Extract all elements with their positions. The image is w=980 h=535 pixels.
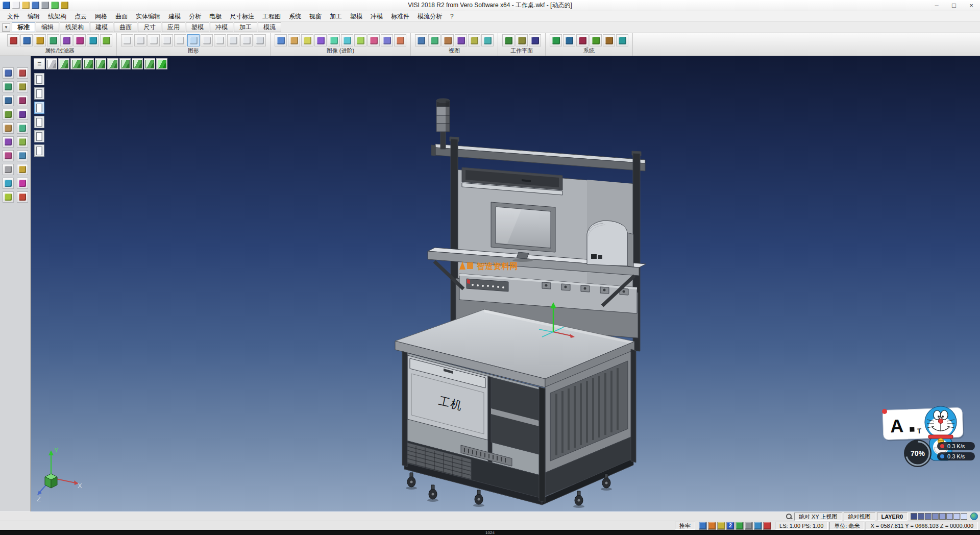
menu-item[interactable]: 模流分析 (413, 12, 446, 21)
view-mode-cell[interactable]: 绝对 XY 上视图 (794, 513, 842, 521)
shaded-display-icon[interactable] (187, 34, 200, 46)
info-icon[interactable] (61, 2, 68, 9)
wireframe-icon[interactable] (121, 34, 133, 46)
tab[interactable]: 加工 (234, 22, 257, 32)
view-save-icon[interactable] (754, 522, 762, 530)
menu-item[interactable]: 点云 (70, 12, 91, 21)
view-dynamic-icon[interactable] (156, 58, 167, 69)
color-swatch[interactable] (911, 513, 917, 520)
entity-mask-icon[interactable] (74, 34, 86, 46)
menu-item[interactable]: 标准件 (387, 12, 413, 21)
tab[interactable]: 标准 (12, 22, 35, 32)
color-swatch[interactable] (925, 513, 932, 520)
block-display-icon[interactable] (174, 34, 186, 46)
shadow-icon[interactable] (314, 34, 327, 46)
percent-badge[interactable]: 70% (904, 440, 932, 467)
delete-icon[interactable] (17, 191, 28, 203)
lighting-icon[interactable] (301, 34, 313, 46)
calculator-icon[interactable] (616, 34, 628, 46)
match-properties-icon[interactable] (20, 34, 33, 46)
lock-cell[interactable]: 拴牢 (675, 522, 695, 530)
app-logo-icon[interactable] (3, 2, 10, 9)
camera-icon[interactable] (368, 34, 380, 46)
material-icon[interactable] (288, 34, 300, 46)
tab[interactable]: 冲模 (210, 22, 233, 32)
color-swatch[interactable] (939, 513, 946, 520)
color-swatch[interactable] (918, 513, 924, 520)
save-file-icon[interactable] (32, 2, 39, 9)
cone-display-icon[interactable] (148, 34, 160, 46)
screen-capture-icon[interactable] (699, 522, 707, 530)
line-icon[interactable] (17, 81, 28, 92)
tab[interactable]: 编辑 (36, 22, 59, 32)
extrude-icon[interactable] (3, 123, 14, 134)
render-display-icon[interactable] (254, 34, 266, 46)
view-right-icon[interactable] (107, 58, 118, 69)
fillet-icon[interactable] (17, 109, 28, 120)
workplane-slot-icon[interactable] (34, 130, 44, 142)
select-icon[interactable] (3, 67, 14, 79)
system-settings-icon[interactable] (550, 34, 562, 46)
zoom-fit-icon[interactable] (415, 34, 427, 46)
section-display-icon[interactable] (227, 34, 239, 46)
cylinder-display-icon[interactable] (134, 34, 146, 46)
plot-icon[interactable] (51, 2, 59, 9)
view-left-icon[interactable] (95, 58, 106, 69)
world-icon[interactable] (970, 513, 978, 520)
visibility-filter-icon[interactable] (87, 34, 99, 46)
menu-item[interactable]: 尺寸标注 (226, 12, 258, 21)
snapshot-icon[interactable] (394, 34, 406, 46)
redraw-icon[interactable] (708, 522, 716, 530)
tab[interactable]: 曲面 (114, 22, 137, 32)
tab[interactable]: 尺寸 (138, 22, 161, 32)
mirror-icon[interactable] (17, 164, 28, 175)
menu-item[interactable]: 分析 (185, 12, 205, 21)
boolean-icon[interactable] (3, 150, 14, 161)
menu-item[interactable]: 冲模 (366, 12, 387, 21)
workplane-slot-icon[interactable] (34, 116, 44, 128)
hidden-line-icon[interactable] (201, 34, 213, 46)
arc-icon[interactable] (17, 95, 28, 106)
menu-item[interactable]: 视窗 (305, 12, 326, 21)
pan-view-icon[interactable] (442, 34, 454, 46)
menu-item[interactable]: 文件 (3, 12, 23, 21)
doraemon-widget[interactable]: A T (882, 406, 975, 467)
menu-item[interactable]: 编辑 (23, 12, 44, 21)
layer-2-icon[interactable]: 2 (726, 522, 734, 530)
texture-icon[interactable] (275, 34, 287, 46)
trim-icon[interactable] (17, 67, 28, 79)
menu-item[interactable]: 系统 (285, 12, 305, 21)
view-back-icon[interactable] (83, 58, 94, 69)
grid-toggle-icon[interactable] (745, 522, 753, 530)
print-icon[interactable] (41, 2, 49, 9)
view-manager-icon[interactable] (481, 34, 494, 46)
selection-filter-icon[interactable] (100, 34, 112, 46)
units-cell[interactable]: 单位: 毫米 (829, 522, 864, 530)
menu-item[interactable]: 实体编辑 (132, 12, 164, 21)
quick-filter-icon[interactable] (34, 34, 46, 46)
color-filter-icon[interactable] (60, 34, 72, 46)
workplane-entity-icon[interactable] (516, 34, 528, 46)
circle-icon[interactable] (3, 95, 14, 106)
pattern-icon[interactable] (3, 164, 14, 175)
workplane-slot-icon[interactable] (34, 87, 44, 100)
maximize-button[interactable]: □ (945, 0, 963, 11)
color-swatch[interactable] (961, 513, 967, 520)
rotate-view-icon[interactable] (455, 34, 467, 46)
menu-item[interactable]: 曲面 (111, 12, 132, 21)
taskbar[interactable]: 1024 (0, 530, 980, 535)
tab[interactable]: 模流 (258, 22, 281, 32)
light-toggle-icon[interactable] (717, 522, 725, 530)
database-icon[interactable] (576, 34, 589, 46)
tab[interactable]: 塑模 (186, 22, 209, 32)
workplane-3points-icon[interactable] (529, 34, 541, 46)
tab[interactable]: 建模 (90, 22, 113, 32)
modify-attributes-icon[interactable] (7, 34, 19, 46)
view-bottom-icon[interactable] (119, 58, 131, 69)
layer-cell[interactable]: LAYER0 (877, 513, 908, 521)
workplane-slot-icon[interactable] (34, 144, 44, 157)
rotate-icon[interactable] (17, 178, 28, 189)
menu-item[interactable]: 工程图 (258, 12, 285, 21)
view-iso-gray-icon[interactable] (46, 58, 57, 69)
point-icon[interactable] (3, 81, 14, 92)
